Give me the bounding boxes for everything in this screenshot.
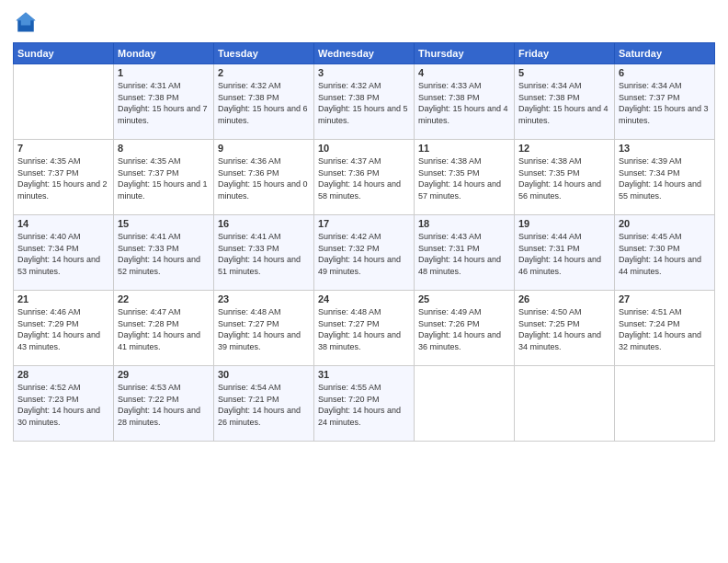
cell-content: Sunrise: 4:41 AMSunset: 7:33 PMDaylight:… [118,231,210,277]
day-number: 9 [218,143,310,154]
calendar-cell: 15Sunrise: 4:41 AMSunset: 7:33 PMDayligh… [114,215,214,291]
cell-content: Sunrise: 4:46 AMSunset: 7:29 PMDaylight:… [17,306,109,352]
calendar-table: SundayMondayTuesdayWednesdayThursdayFrid… [13,42,715,442]
day-number: 23 [218,293,310,304]
day-number: 24 [318,293,410,304]
header-day-friday: Friday [515,43,615,64]
calendar-cell: 17Sunrise: 4:42 AMSunset: 7:32 PMDayligh… [314,215,415,291]
day-number: 7 [17,143,109,154]
day-number: 28 [17,369,109,380]
day-number: 3 [318,67,410,78]
cell-content: Sunrise: 4:32 AMSunset: 7:38 PMDaylight:… [318,80,410,126]
header-day-monday: Monday [114,43,214,64]
page: SundayMondayTuesdayWednesdayThursdayFrid… [0,0,728,563]
cell-content: Sunrise: 4:38 AMSunset: 7:35 PMDaylight:… [418,155,510,201]
cell-content: Sunrise: 4:32 AMSunset: 7:38 PMDaylight:… [218,80,310,126]
calendar-cell: 29Sunrise: 4:53 AMSunset: 7:22 PMDayligh… [114,366,214,442]
day-number: 8 [118,143,210,154]
day-number: 1 [118,67,210,78]
day-number: 29 [118,369,210,380]
calendar-cell: 1Sunrise: 4:31 AMSunset: 7:38 PMDaylight… [114,64,214,140]
calendar-week-row: 14Sunrise: 4:40 AMSunset: 7:34 PMDayligh… [14,215,715,291]
day-number: 21 [17,293,109,304]
calendar-week-row: 7Sunrise: 4:35 AMSunset: 7:37 PMDaylight… [14,140,715,215]
calendar-cell: 23Sunrise: 4:48 AMSunset: 7:27 PMDayligh… [214,291,314,366]
day-number: 15 [118,218,210,229]
cell-content: Sunrise: 4:53 AMSunset: 7:22 PMDaylight:… [118,382,210,428]
calendar-cell: 8Sunrise: 4:35 AMSunset: 7:37 PMDaylight… [114,140,214,215]
header-day-saturday: Saturday [615,43,715,64]
day-number: 6 [619,67,711,78]
cell-content: Sunrise: 4:44 AMSunset: 7:31 PMDaylight:… [518,231,610,277]
calendar-cell: 24Sunrise: 4:48 AMSunset: 7:27 PMDayligh… [314,291,415,366]
calendar-cell: 30Sunrise: 4:54 AMSunset: 7:21 PMDayligh… [214,366,314,442]
day-number: 10 [318,143,410,154]
calendar-cell: 21Sunrise: 4:46 AMSunset: 7:29 PMDayligh… [14,291,114,366]
cell-content: Sunrise: 4:52 AMSunset: 7:23 PMDaylight:… [17,382,109,428]
cell-content: Sunrise: 4:43 AMSunset: 7:31 PMDaylight:… [418,231,510,277]
cell-content: Sunrise: 4:36 AMSunset: 7:36 PMDaylight:… [218,155,310,201]
day-number: 17 [318,218,410,229]
cell-content: Sunrise: 4:39 AMSunset: 7:34 PMDaylight:… [619,155,711,201]
day-number: 18 [418,218,510,229]
calendar-cell: 3Sunrise: 4:32 AMSunset: 7:38 PMDaylight… [314,64,415,140]
calendar-cell: 7Sunrise: 4:35 AMSunset: 7:37 PMDaylight… [14,140,114,215]
calendar-cell: 18Sunrise: 4:43 AMSunset: 7:31 PMDayligh… [415,215,515,291]
header-day-tuesday: Tuesday [214,43,314,64]
calendar-cell: 13Sunrise: 4:39 AMSunset: 7:34 PMDayligh… [615,140,715,215]
calendar-cell: 22Sunrise: 4:47 AMSunset: 7:28 PMDayligh… [114,291,214,366]
cell-content: Sunrise: 4:54 AMSunset: 7:21 PMDaylight:… [218,382,310,428]
cell-content: Sunrise: 4:49 AMSunset: 7:26 PMDaylight:… [418,306,510,352]
cell-content: Sunrise: 4:35 AMSunset: 7:37 PMDaylight:… [17,155,109,201]
cell-content: Sunrise: 4:33 AMSunset: 7:38 PMDaylight:… [418,80,510,126]
calendar-cell: 2Sunrise: 4:32 AMSunset: 7:38 PMDaylight… [214,64,314,140]
cell-content: Sunrise: 4:48 AMSunset: 7:27 PMDaylight:… [218,306,310,352]
cell-content: Sunrise: 4:48 AMSunset: 7:27 PMDaylight:… [318,306,410,352]
cell-content: Sunrise: 4:34 AMSunset: 7:37 PMDaylight:… [619,80,711,126]
day-number: 25 [418,293,510,304]
calendar-cell: 31Sunrise: 4:55 AMSunset: 7:20 PMDayligh… [314,366,415,442]
day-number: 26 [518,293,610,304]
day-number: 22 [118,293,210,304]
calendar-cell: 5Sunrise: 4:34 AMSunset: 7:38 PMDaylight… [515,64,615,140]
day-number: 4 [418,67,510,78]
calendar-cell: 25Sunrise: 4:49 AMSunset: 7:26 PMDayligh… [415,291,515,366]
cell-content: Sunrise: 4:31 AMSunset: 7:38 PMDaylight:… [118,80,210,126]
calendar-cell: 19Sunrise: 4:44 AMSunset: 7:31 PMDayligh… [515,215,615,291]
cell-content: Sunrise: 4:45 AMSunset: 7:30 PMDaylight:… [619,231,711,277]
cell-content: Sunrise: 4:40 AMSunset: 7:34 PMDaylight:… [17,231,109,277]
calendar-cell: 4Sunrise: 4:33 AMSunset: 7:38 PMDaylight… [415,64,515,140]
header-day-thursday: Thursday [415,43,515,64]
day-number: 30 [218,369,310,380]
header [13,9,715,35]
day-number: 5 [518,67,610,78]
cell-content: Sunrise: 4:35 AMSunset: 7:37 PMDaylight:… [118,155,210,201]
day-number: 13 [619,143,711,154]
day-number: 14 [17,218,109,229]
calendar-cell: 16Sunrise: 4:41 AMSunset: 7:33 PMDayligh… [214,215,314,291]
calendar-cell: 11Sunrise: 4:38 AMSunset: 7:35 PMDayligh… [415,140,515,215]
calendar-cell: 9Sunrise: 4:36 AMSunset: 7:36 PMDaylight… [214,140,314,215]
day-number: 31 [318,369,410,380]
calendar-cell: 12Sunrise: 4:38 AMSunset: 7:35 PMDayligh… [515,140,615,215]
day-number: 19 [518,218,610,229]
header-day-sunday: Sunday [14,43,114,64]
calendar-week-row: 1Sunrise: 4:31 AMSunset: 7:38 PMDaylight… [14,64,715,140]
cell-content: Sunrise: 4:50 AMSunset: 7:25 PMDaylight:… [518,306,610,352]
logo [13,9,42,35]
day-number: 27 [619,293,711,304]
cell-content: Sunrise: 4:42 AMSunset: 7:32 PMDaylight:… [318,231,410,277]
calendar-cell [415,366,515,442]
cell-content: Sunrise: 4:55 AMSunset: 7:20 PMDaylight:… [318,382,410,428]
cell-content: Sunrise: 4:41 AMSunset: 7:33 PMDaylight:… [218,231,310,277]
day-number: 12 [518,143,610,154]
calendar-cell: 10Sunrise: 4:37 AMSunset: 7:36 PMDayligh… [314,140,415,215]
day-number: 20 [619,218,711,229]
calendar-week-row: 28Sunrise: 4:52 AMSunset: 7:23 PMDayligh… [14,366,715,442]
day-number: 16 [218,218,310,229]
calendar-week-row: 21Sunrise: 4:46 AMSunset: 7:29 PMDayligh… [14,291,715,366]
day-number: 11 [418,143,510,154]
calendar-cell [615,366,715,442]
day-number: 2 [218,67,310,78]
calendar-header-row: SundayMondayTuesdayWednesdayThursdayFrid… [14,43,715,64]
